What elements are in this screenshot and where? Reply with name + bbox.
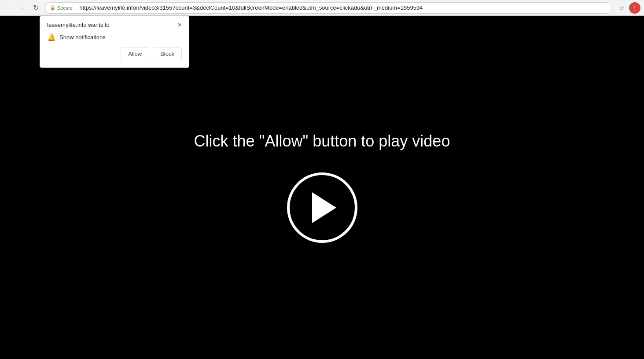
nav-buttons: ← → ↻ bbox=[4, 2, 41, 14]
secure-badge: 🔒 Secure bbox=[50, 5, 73, 11]
browser-toolbar: ← → ↻ 🔒 Secure | https://leavemylife.inf… bbox=[0, 0, 644, 16]
notification-popup: leavemylife.info wants to × 🔔 Show notif… bbox=[40, 16, 189, 68]
bookmark-button[interactable]: ☆ bbox=[616, 2, 627, 14]
lock-icon: 🔒 bbox=[50, 5, 56, 11]
popup-title: leavemylife.info wants to bbox=[47, 22, 110, 28]
popup-header: leavemylife.info wants to × bbox=[47, 22, 182, 29]
back-button[interactable]: ← bbox=[4, 2, 15, 14]
forward-button[interactable]: → bbox=[17, 2, 28, 14]
toolbar-icons: ☆ ⋮ bbox=[616, 2, 640, 14]
notification-text: Show notifications bbox=[59, 34, 106, 40]
secure-label: Secure bbox=[57, 5, 73, 11]
popup-buttons: Allow Block bbox=[47, 48, 182, 60]
url-text: https://leavemylife.info/r/video3/3155?c… bbox=[79, 4, 607, 11]
play-instruction: Click the "Allow" button to play video bbox=[194, 132, 450, 150]
block-button[interactable]: Block bbox=[153, 48, 182, 60]
play-button[interactable] bbox=[287, 172, 357, 243]
chrome-menu-button[interactable]: ⋮ bbox=[629, 2, 640, 14]
allow-button[interactable]: Allow bbox=[121, 48, 149, 60]
play-triangle-icon bbox=[312, 192, 336, 223]
bell-icon: 🔔 bbox=[47, 33, 56, 41]
popup-notification-row: 🔔 Show notifications bbox=[47, 33, 182, 41]
popup-close-button[interactable]: × bbox=[178, 22, 182, 29]
address-bar[interactable]: 🔒 Secure | https://leavemylife.info/r/vi… bbox=[45, 2, 612, 14]
reload-button[interactable]: ↻ bbox=[30, 2, 41, 14]
url-separator: | bbox=[75, 4, 77, 11]
